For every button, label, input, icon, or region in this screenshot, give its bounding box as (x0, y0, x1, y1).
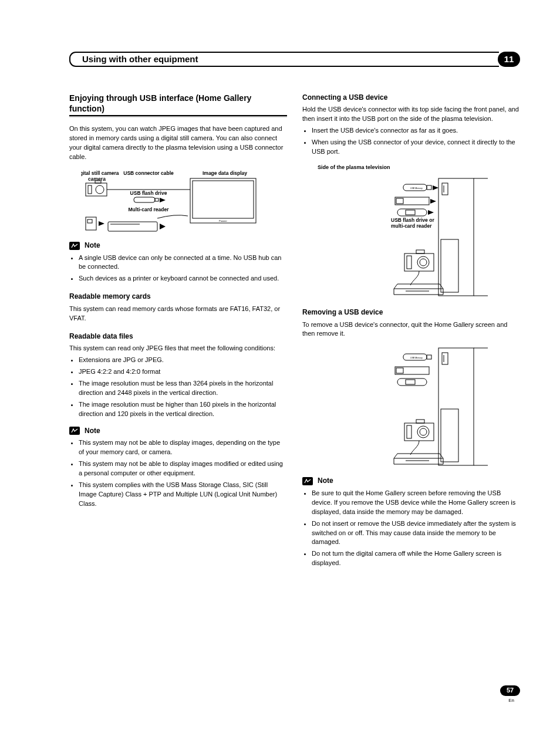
note-label-text: Note (85, 241, 100, 251)
svg-marker-17 (160, 224, 166, 229)
note-block-3: Note Be sure to quit the Home Gallery sc… (302, 476, 520, 568)
diagram-flash-label: USB flash drive or (391, 217, 434, 223)
svg-rect-7 (193, 181, 254, 218)
chapter-header: Using with other equipment 11 (69, 52, 520, 67)
connect-text: Hold the USB device's connector with its… (302, 105, 520, 124)
svg-marker-14 (99, 221, 104, 226)
list-item: This system may not be able to display i… (79, 459, 287, 478)
svg-point-57 (417, 426, 429, 438)
list-item: A single USB device can only be connecte… (79, 254, 287, 272)
svg-marker-11 (160, 198, 166, 202)
svg-rect-39 (407, 256, 411, 269)
chapter-pill-left (69, 52, 79, 67)
section-rule (69, 115, 287, 117)
list-item: Such devices as a printer or keyboard ca… (79, 274, 287, 283)
page-number-badge: 57 (500, 685, 520, 696)
side-caption: Side of the plasma television (318, 164, 520, 171)
svg-rect-12 (86, 217, 96, 230)
svg-point-38 (420, 259, 427, 266)
svg-marker-33 (428, 210, 434, 215)
list-item: Extensions are JPG or JPEG. (79, 356, 287, 365)
svg-rect-36 (416, 250, 424, 254)
note-label-text: Note (85, 426, 100, 436)
data-text: This system can read only JPEG files tha… (69, 344, 287, 353)
svg-point-58 (420, 428, 427, 435)
svg-text:multi-card reader: multi-card reader (391, 223, 432, 229)
note-block-1: Note A single USB device can only be con… (69, 241, 287, 283)
note-icon (69, 427, 80, 435)
intro-paragraph: On this system, you can watch JPEG image… (69, 124, 287, 162)
svg-rect-45 (442, 353, 448, 364)
svg-point-37 (417, 256, 429, 268)
svg-rect-29 (396, 198, 403, 204)
svg-rect-4 (88, 185, 92, 194)
list-item: When using the USB connector of your dev… (312, 138, 520, 157)
label-camera: Digital still camera (81, 170, 119, 176)
svg-rect-10 (155, 198, 158, 201)
svg-marker-30 (430, 199, 436, 204)
list-item: The image resolution must be higher than… (79, 400, 287, 419)
note-icon (302, 477, 313, 485)
section-heading-usb-interface: Enjoying through USB interface (Home Gal… (69, 93, 287, 114)
list-item: This system complies with the USB Mass S… (79, 481, 287, 509)
svg-text:USB Memory: USB Memory (410, 357, 423, 359)
svg-marker-27 (433, 185, 438, 190)
svg-point-3 (96, 185, 104, 194)
remove-text: To remove a USB device's connector, quit… (302, 320, 520, 339)
svg-rect-21 (442, 183, 448, 195)
svg-rect-32 (406, 210, 415, 215)
svg-rect-15 (108, 222, 157, 231)
label-reader: Multi-card reader (129, 207, 170, 212)
svg-rect-6 (190, 178, 256, 223)
tv-side-diagram-remove: USB Memory (335, 346, 488, 469)
svg-rect-42 (438, 348, 474, 465)
list-item: Do not turn the digital camera off while… (312, 549, 520, 568)
chapter-title: Using with other equipment (79, 52, 499, 67)
label-flash: USB flash drive (130, 190, 167, 196)
list-item: This system may not be able to display i… (79, 438, 287, 457)
note1-list: A single USB device can only be connecte… (69, 254, 287, 284)
subheading-connecting: Connecting a USB device (302, 93, 520, 103)
svg-rect-25 (427, 185, 431, 190)
connect-list: Insert the USB device's connector as far… (302, 126, 520, 157)
right-column: Connecting a USB device Hold the USB dev… (302, 93, 520, 575)
svg-rect-54 (406, 380, 415, 384)
label-display: Image data display (203, 170, 247, 176)
note-block-2: Note This system may not be able to disp… (69, 426, 287, 509)
list-item: Be sure to quit the Home Gallery screen … (312, 489, 520, 517)
subheading-removing: Removing a USB device (302, 307, 520, 317)
list-item: Do not insert or remove the USB device i… (312, 519, 520, 548)
note3-list: Be sure to quit the Home Gallery screen … (302, 489, 520, 569)
subheading-readable-memory: Readable memory cards (69, 292, 287, 302)
svg-text:Pioneer: Pioneer (219, 219, 227, 222)
list-item: The image resolution must be less than 3… (79, 379, 287, 398)
note2-list: This system may not be able to display i… (69, 438, 287, 509)
usb-connection-diagram: Digital still camera camera USB connecto… (81, 169, 257, 234)
note-label-text: Note (318, 476, 333, 486)
label-cable: USB connector cable (123, 170, 174, 176)
memory-text: This system can read memory cards whose … (69, 305, 287, 323)
svg-rect-47 (441, 409, 458, 462)
data-files-list: Extensions are JPG or JPEG. JPEG 4:2:2 a… (69, 356, 287, 419)
svg-rect-56 (416, 420, 424, 423)
left-column: Enjoying through USB interface (Home Gal… (69, 93, 287, 575)
svg-rect-9 (134, 197, 155, 202)
tv-side-diagram-insert: USB Memory USB flash drive or multi-card… (335, 176, 488, 299)
list-item: Insert the USB device's connector as far… (312, 126, 520, 136)
page-language: En (508, 697, 514, 704)
chapter-number-badge: 11 (498, 52, 520, 67)
svg-text:USB Memory: USB Memory (410, 187, 423, 190)
subheading-readable-data: Readable data files (69, 332, 287, 342)
svg-rect-59 (407, 425, 411, 438)
svg-rect-23 (441, 239, 458, 292)
svg-rect-18 (438, 178, 474, 296)
svg-rect-52 (396, 368, 403, 373)
list-item: JPEG 4:2:2 and 4:2:0 format (79, 367, 287, 377)
note-icon (69, 242, 80, 250)
svg-rect-13 (87, 219, 92, 223)
svg-rect-49 (427, 355, 431, 359)
